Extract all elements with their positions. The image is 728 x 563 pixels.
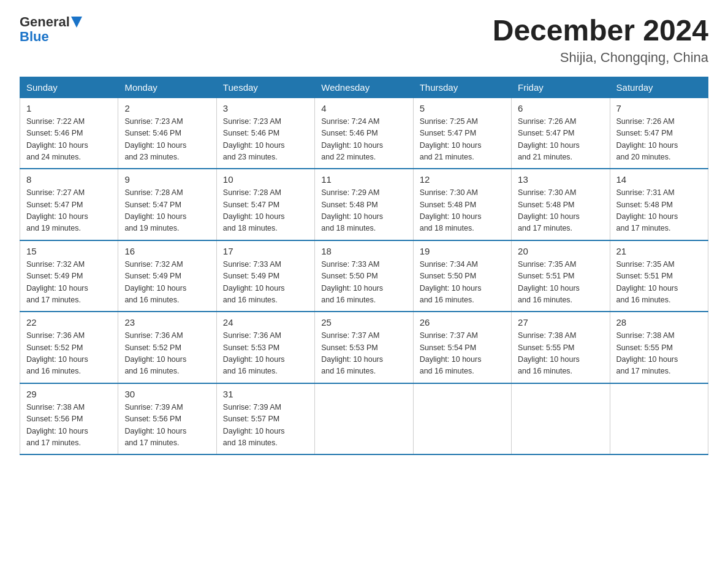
table-row: 18 Sunrise: 7:33 AMSunset: 5:50 PMDaylig… [315, 240, 413, 312]
table-row: 29 Sunrise: 7:38 AMSunset: 5:56 PMDaylig… [20, 383, 118, 455]
table-row: 13 Sunrise: 7:30 AMSunset: 5:48 PMDaylig… [512, 169, 610, 240]
calendar-week-row: 15 Sunrise: 7:32 AMSunset: 5:49 PMDaylig… [20, 240, 708, 312]
day-number: 2 [124, 103, 210, 113]
calendar-week-row: 1 Sunrise: 7:22 AMSunset: 5:46 PMDayligh… [20, 98, 708, 169]
day-number: 13 [518, 174, 603, 185]
day-info: Sunrise: 7:25 AMSunset: 5:47 PMDaylight:… [420, 116, 505, 164]
day-info: Sunrise: 7:39 AMSunset: 5:56 PMDaylight:… [124, 402, 210, 450]
day-number: 15 [26, 246, 112, 256]
day-number: 26 [420, 317, 505, 327]
table-row: 24 Sunrise: 7:36 AMSunset: 5:53 PMDaylig… [216, 312, 314, 383]
table-row: 3 Sunrise: 7:23 AMSunset: 5:46 PMDayligh… [216, 98, 314, 169]
day-number: 12 [420, 174, 505, 185]
day-info: Sunrise: 7:26 AMSunset: 5:47 PMDaylight:… [518, 116, 603, 164]
day-info: Sunrise: 7:37 AMSunset: 5:54 PMDaylight:… [420, 330, 505, 378]
calendar-header-row: Sunday Monday Tuesday Wednesday Thursday… [20, 77, 708, 98]
table-row [610, 383, 708, 455]
day-info: Sunrise: 7:36 AMSunset: 5:52 PMDaylight:… [124, 330, 210, 378]
table-row: 7 Sunrise: 7:26 AMSunset: 5:47 PMDayligh… [610, 98, 708, 169]
day-number: 23 [124, 317, 210, 327]
table-row: 11 Sunrise: 7:29 AMSunset: 5:48 PMDaylig… [315, 169, 413, 240]
table-row: 19 Sunrise: 7:34 AMSunset: 5:50 PMDaylig… [413, 240, 511, 312]
table-row: 9 Sunrise: 7:28 AMSunset: 5:47 PMDayligh… [118, 169, 216, 240]
col-monday: Monday [118, 77, 216, 98]
day-info: Sunrise: 7:33 AMSunset: 5:49 PMDaylight:… [223, 259, 308, 307]
day-info: Sunrise: 7:35 AMSunset: 5:51 PMDaylight:… [518, 259, 603, 307]
day-number: 16 [124, 246, 210, 256]
table-row: 16 Sunrise: 7:32 AMSunset: 5:49 PMDaylig… [118, 240, 216, 312]
day-number: 20 [518, 246, 603, 256]
day-info: Sunrise: 7:28 AMSunset: 5:47 PMDaylight:… [223, 187, 308, 235]
table-row: 15 Sunrise: 7:32 AMSunset: 5:49 PMDaylig… [20, 240, 118, 312]
table-row: 1 Sunrise: 7:22 AMSunset: 5:46 PMDayligh… [20, 98, 118, 169]
day-info: Sunrise: 7:38 AMSunset: 5:55 PMDaylight:… [616, 330, 702, 378]
col-tuesday: Tuesday [216, 77, 314, 98]
month-title: December 2024 [493, 15, 708, 47]
day-number: 22 [26, 317, 112, 327]
day-info: Sunrise: 7:29 AMSunset: 5:48 PMDaylight:… [321, 187, 406, 235]
day-info: Sunrise: 7:38 AMSunset: 5:56 PMDaylight:… [26, 402, 112, 450]
day-info: Sunrise: 7:30 AMSunset: 5:48 PMDaylight:… [420, 187, 505, 235]
logo-text-general: General [20, 15, 70, 29]
table-row: 4 Sunrise: 7:24 AMSunset: 5:46 PMDayligh… [315, 98, 413, 169]
day-info: Sunrise: 7:35 AMSunset: 5:51 PMDaylight:… [616, 259, 702, 307]
col-friday: Friday [512, 77, 610, 98]
table-row: 5 Sunrise: 7:25 AMSunset: 5:47 PMDayligh… [413, 98, 511, 169]
day-number: 25 [321, 317, 406, 327]
calendar-week-row: 29 Sunrise: 7:38 AMSunset: 5:56 PMDaylig… [20, 383, 708, 455]
day-number: 21 [616, 246, 702, 256]
day-info: Sunrise: 7:24 AMSunset: 5:46 PMDaylight:… [321, 116, 406, 164]
table-row: 23 Sunrise: 7:36 AMSunset: 5:52 PMDaylig… [118, 312, 216, 383]
day-number: 6 [518, 103, 603, 113]
table-row [315, 383, 413, 455]
svg-marker-0 [71, 17, 82, 28]
day-info: Sunrise: 7:22 AMSunset: 5:46 PMDaylight:… [26, 116, 112, 164]
col-thursday: Thursday [413, 77, 511, 98]
day-info: Sunrise: 7:26 AMSunset: 5:47 PMDaylight:… [616, 116, 702, 164]
table-row: 12 Sunrise: 7:30 AMSunset: 5:48 PMDaylig… [413, 169, 511, 240]
table-row: 30 Sunrise: 7:39 AMSunset: 5:56 PMDaylig… [118, 383, 216, 455]
table-row: 26 Sunrise: 7:37 AMSunset: 5:54 PMDaylig… [413, 312, 511, 383]
day-number: 1 [26, 103, 112, 113]
col-sunday: Sunday [20, 77, 118, 98]
table-row: 6 Sunrise: 7:26 AMSunset: 5:47 PMDayligh… [512, 98, 610, 169]
day-info: Sunrise: 7:27 AMSunset: 5:47 PMDaylight:… [26, 187, 112, 235]
page-header: General Blue December 2024 Shijia, Chong… [20, 15, 708, 66]
day-info: Sunrise: 7:36 AMSunset: 5:52 PMDaylight:… [26, 330, 112, 378]
day-number: 7 [616, 103, 702, 113]
day-info: Sunrise: 7:39 AMSunset: 5:57 PMDaylight:… [223, 402, 308, 450]
title-section: December 2024 Shijia, Chongqing, China [493, 15, 708, 66]
day-number: 28 [616, 317, 702, 327]
table-row: 8 Sunrise: 7:27 AMSunset: 5:47 PMDayligh… [20, 169, 118, 240]
day-info: Sunrise: 7:31 AMSunset: 5:48 PMDaylight:… [616, 187, 702, 235]
table-row: 21 Sunrise: 7:35 AMSunset: 5:51 PMDaylig… [610, 240, 708, 312]
day-number: 30 [124, 389, 210, 399]
logo-triangle-icon [71, 17, 82, 28]
table-row: 25 Sunrise: 7:37 AMSunset: 5:53 PMDaylig… [315, 312, 413, 383]
day-number: 18 [321, 246, 406, 256]
day-info: Sunrise: 7:32 AMSunset: 5:49 PMDaylight:… [26, 259, 112, 307]
col-wednesday: Wednesday [315, 77, 413, 98]
day-info: Sunrise: 7:37 AMSunset: 5:53 PMDaylight:… [321, 330, 406, 378]
table-row: 10 Sunrise: 7:28 AMSunset: 5:47 PMDaylig… [216, 169, 314, 240]
table-row: 31 Sunrise: 7:39 AMSunset: 5:57 PMDaylig… [216, 383, 314, 455]
table-row: 27 Sunrise: 7:38 AMSunset: 5:55 PMDaylig… [512, 312, 610, 383]
day-number: 14 [616, 174, 702, 185]
table-row: 28 Sunrise: 7:38 AMSunset: 5:55 PMDaylig… [610, 312, 708, 383]
day-number: 24 [223, 317, 308, 327]
day-number: 27 [518, 317, 603, 327]
day-info: Sunrise: 7:32 AMSunset: 5:49 PMDaylight:… [124, 259, 210, 307]
day-info: Sunrise: 7:28 AMSunset: 5:47 PMDaylight:… [124, 187, 210, 235]
table-row: 17 Sunrise: 7:33 AMSunset: 5:49 PMDaylig… [216, 240, 314, 312]
day-number: 10 [223, 174, 308, 185]
calendar-week-row: 8 Sunrise: 7:27 AMSunset: 5:47 PMDayligh… [20, 169, 708, 240]
calendar-week-row: 22 Sunrise: 7:36 AMSunset: 5:52 PMDaylig… [20, 312, 708, 383]
day-info: Sunrise: 7:33 AMSunset: 5:50 PMDaylight:… [321, 259, 406, 307]
day-number: 3 [223, 103, 308, 113]
logo-text-blue: Blue [20, 29, 49, 44]
day-info: Sunrise: 7:23 AMSunset: 5:46 PMDaylight:… [124, 116, 210, 164]
day-number: 9 [124, 174, 210, 185]
day-number: 8 [26, 174, 112, 185]
day-number: 29 [26, 389, 112, 399]
day-info: Sunrise: 7:38 AMSunset: 5:55 PMDaylight:… [518, 330, 603, 378]
